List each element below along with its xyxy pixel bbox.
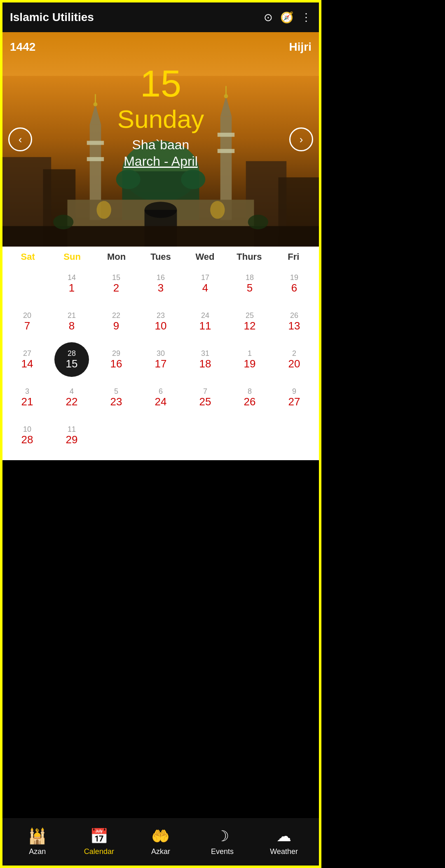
calendar-cell[interactable]: 624 <box>139 379 182 416</box>
compass-icon[interactable]: 🧭 <box>280 11 293 24</box>
weather-label: Weather <box>270 847 298 856</box>
azkar-label: Azkar <box>151 847 170 856</box>
mosque-header: 1442 Hijri 15 Sunday Sha`baan March - Ap… <box>2 32 319 247</box>
next-month-button[interactable]: › <box>289 127 313 151</box>
svg-point-20 <box>181 170 205 189</box>
hijri-year: 1442 <box>10 40 35 54</box>
calendar-grid: 1411521631741851962072182292310241125122… <box>6 266 316 454</box>
svg-point-25 <box>210 201 225 219</box>
app-title: Islamic Utilities <box>10 11 94 24</box>
islamic-month: Sha`baan <box>132 137 190 153</box>
calendar-cell[interactable]: 2411 <box>184 303 227 340</box>
calendar-label: Calendar <box>84 847 114 856</box>
calendar-cell[interactable]: 2714 <box>6 341 49 378</box>
calendar-cell[interactable]: 927 <box>273 379 316 416</box>
calendar-cell[interactable]: 163 <box>139 266 182 302</box>
nav-events[interactable]: ☽ Events <box>192 828 253 856</box>
prev-month-button[interactable]: ‹ <box>8 127 32 151</box>
calendar-cell[interactable]: 3118 <box>184 341 227 378</box>
day-header-sun: Sun <box>50 252 94 262</box>
calendar-cell[interactable]: 523 <box>95 379 138 416</box>
calendar-section: Sat Sun Mon Tues Wed Thurs Fri 141152163… <box>2 247 319 460</box>
svg-point-27 <box>53 215 73 229</box>
day-header-mon: Mon <box>94 252 138 262</box>
calendar-cell[interactable]: 2815 <box>54 342 89 377</box>
day-headers: Sat Sun Mon Tues Wed Thurs Fri <box>6 247 316 266</box>
calendar-cell[interactable]: 826 <box>228 379 271 416</box>
top-bar: Islamic Utilities ⊙ 🧭 ⋮ <box>2 2 319 32</box>
hijri-label: Hijri <box>289 40 312 54</box>
svg-rect-18 <box>218 133 234 137</box>
calendar-cell[interactable] <box>184 417 227 454</box>
calendar-cell[interactable]: 1129 <box>50 417 93 454</box>
calendar-cell[interactable]: 174 <box>184 266 227 302</box>
gregorian-range: March - April <box>124 154 198 169</box>
day-header-sat: Sat <box>6 252 50 262</box>
events-icon: ☽ <box>216 828 229 845</box>
nav-azan[interactable]: 🕌 Azan <box>7 828 68 856</box>
calendar-cell[interactable] <box>273 417 316 454</box>
svg-point-24 <box>96 201 111 219</box>
svg-point-28 <box>248 215 268 229</box>
azkar-icon: 🤲 <box>151 828 170 845</box>
svg-rect-26 <box>2 226 319 247</box>
calendar-cell[interactable]: 2916 <box>95 341 138 378</box>
calendar-cell[interactable]: 321 <box>6 379 49 416</box>
calendar-cell[interactable]: 218 <box>50 303 93 340</box>
calendar-cell[interactable]: 2512 <box>228 303 271 340</box>
calendar-cell[interactable] <box>95 417 138 454</box>
calendar-cell[interactable] <box>6 266 49 302</box>
top-bar-icons: ⊙ 🧭 ⋮ <box>264 11 312 24</box>
day-header-tues: Tues <box>138 252 183 262</box>
calendar-cell[interactable] <box>228 417 271 454</box>
content-area <box>2 460 319 765</box>
calendar-cell[interactable]: 725 <box>184 379 227 416</box>
day-header-thurs: Thurs <box>227 252 271 262</box>
bottom-nav: 🕌 Azan 📅 Calendar 🤲 Azkar ☽ Events ☁ Wea… <box>2 818 319 866</box>
svg-point-23 <box>145 202 177 218</box>
svg-rect-17 <box>218 149 234 153</box>
azan-icon: 🕌 <box>28 828 47 845</box>
calendar-cell[interactable]: 2310 <box>139 303 182 340</box>
calendar-cell[interactable]: 220 <box>273 341 316 378</box>
day-name: Sunday <box>117 104 204 134</box>
nav-azkar[interactable]: 🤲 Azkar <box>130 828 192 856</box>
azan-label: Azan <box>29 847 46 856</box>
nav-calendar[interactable]: 📅 Calendar <box>68 828 130 856</box>
calendar-cell[interactable]: 1028 <box>6 417 49 454</box>
svg-rect-12 <box>87 141 104 145</box>
calendar-cell[interactable] <box>139 417 182 454</box>
events-label: Events <box>211 847 234 856</box>
location-icon[interactable]: ⊙ <box>264 11 273 24</box>
day-header-wed: Wed <box>183 252 227 262</box>
more-icon[interactable]: ⋮ <box>301 11 312 24</box>
svg-rect-11 <box>87 157 104 161</box>
calendar-cell[interactable]: 2613 <box>273 303 316 340</box>
calendar-cell[interactable]: 422 <box>50 379 93 416</box>
nav-weather[interactable]: ☁ Weather <box>253 828 315 856</box>
calendar-cell[interactable]: 229 <box>95 303 138 340</box>
day-header-fri: Fri <box>272 252 316 262</box>
calendar-cell[interactable]: 196 <box>273 266 316 302</box>
date-number: 15 <box>140 65 181 102</box>
calendar-cell[interactable]: 207 <box>6 303 49 340</box>
calendar-cell[interactable]: 152 <box>95 266 138 302</box>
calendar-cell[interactable]: 3017 <box>139 341 182 378</box>
weather-icon: ☁ <box>276 828 291 845</box>
svg-point-19 <box>116 170 141 189</box>
calendar-cell[interactable]: 185 <box>228 266 271 302</box>
calendar-icon: 📅 <box>90 828 108 845</box>
calendar-cell[interactable]: 141 <box>50 266 93 302</box>
calendar-cell[interactable]: 119 <box>228 341 271 378</box>
